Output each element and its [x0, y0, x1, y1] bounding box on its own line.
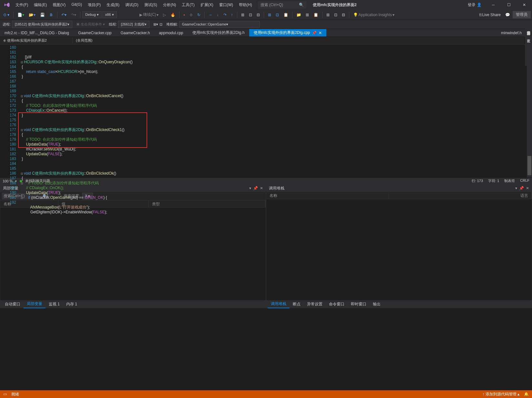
maximize-button[interactable]: ☐	[502, 0, 515, 10]
output-icon[interactable]: ▭	[3, 392, 7, 396]
pin-icon[interactable]: 📌	[312, 31, 317, 35]
restart-button[interactable]: ↻	[195, 11, 202, 18]
tab-breakpoints[interactable]: 断点	[290, 301, 304, 308]
tool-btn-12[interactable]: ⊞	[304, 11, 311, 18]
scroll-thumb[interactable]	[527, 156, 531, 175]
close-button[interactable]: ✕	[518, 0, 531, 10]
tool-btn-8[interactable]: ⊞	[266, 11, 273, 18]
save-button[interactable]: 💾	[38, 11, 47, 18]
highlight-annotation	[18, 112, 147, 148]
code-content[interactable]: [}//if⊟HCURSOR C使用mfc实现外挂的界面2Dlg::OnQuer…	[19, 45, 532, 178]
redo-button[interactable]: ↷▾	[69, 11, 78, 18]
lifecycle-button[interactable]: ▣ 生命周期事件 ▾	[76, 22, 105, 27]
tab-memory1[interactable]: 内存 1	[63, 301, 80, 308]
start-nodebug-button[interactable]: ▷	[161, 11, 168, 18]
thread-dropdown[interactable]: [26612] 主线程▾	[118, 21, 149, 28]
tool-btn-5[interactable]: ⊞	[239, 11, 246, 18]
nav-back-button[interactable]: ⊙ ▾	[1, 11, 11, 18]
tool-btn-15[interactable]: ⊡	[332, 11, 339, 18]
menu-analyze[interactable]: 分析(N)	[160, 1, 179, 9]
app-insights-button[interactable]: 💡 Application Insights ▾	[351, 11, 396, 18]
statusbar: ▭ 就绪 ↑ 添加到源代码管理 ▴ 🔔	[0, 390, 532, 398]
code-editor[interactable]: 1601611621631641651661671681691701711721…	[0, 45, 532, 178]
menu-file[interactable]: 文件(F)	[13, 1, 31, 9]
search-icon: 🔍	[299, 3, 304, 7]
tab-exceptions[interactable]: 异常设置	[304, 301, 326, 308]
status-ready: 就绪	[11, 392, 19, 397]
break-all-button[interactable]: ⊗	[188, 11, 195, 18]
stackframe-dropdown[interactable]: GaameCracker::OpenGame▾	[179, 21, 260, 28]
tab-command[interactable]: 命令窗口	[326, 301, 348, 308]
source-control-button[interactable]: ↑ 添加到源代码管理 ▴	[482, 392, 519, 397]
login-button[interactable]: 登录 👤	[465, 1, 484, 9]
debug-toolbar: 进程: [18512] 使用mfc实现外挂的界面2▾ ▣ 生命周期事件 ▾ 线程…	[0, 20, 532, 29]
tab-callstack[interactable]: 调用堆栈	[268, 300, 290, 308]
tool-btn-10[interactable]: 📋	[281, 11, 290, 18]
platform-dropdown[interactable]: x86 ▾	[102, 11, 117, 18]
tab-2[interactable]: GaameCracker.h	[116, 29, 154, 36]
tab-3[interactable]: appmodul.cpp	[154, 29, 188, 36]
tab-autos[interactable]: 自动窗口	[2, 301, 24, 308]
menu-debug[interactable]: 调试(D)	[123, 1, 141, 9]
close-tab-icon[interactable]: ✕	[319, 31, 322, 35]
search-input[interactable]: 搜索 (Ctrl+Q) 🔍	[258, 1, 306, 9]
tab-4[interactable]: 使用mfc实现外挂的界面2Dlg.h	[188, 29, 249, 36]
tool-btn-6[interactable]: ⊡	[247, 11, 254, 18]
tool-btn-14[interactable]: ⊞	[324, 11, 332, 18]
solution-title: 使用mfc实现外挂的界面2	[313, 2, 357, 8]
step-out-button[interactable]: ↑	[229, 11, 235, 18]
tab-5[interactable]: 使用mfc实现外挂的界面2Dlg.cpp📌✕	[249, 29, 327, 36]
step-over-button[interactable]: ↷	[221, 11, 229, 18]
tab-immediate[interactable]: 即时窗口	[348, 301, 370, 308]
notifications-icon[interactable]: 🔔	[524, 392, 529, 396]
feedback-button[interactable]: 💬	[503, 11, 512, 18]
menu-edit[interactable]: 编辑(E)	[31, 1, 49, 9]
show-next-stmt-button[interactable]: →	[207, 11, 214, 18]
tab-1[interactable]: GaameCracker.cpp	[74, 29, 116, 36]
tab-0[interactable]: mfc2.rc - IDD_MF..._DIALOG - Dialog	[0, 29, 74, 36]
menubar: 文件(F) 编辑(E) 视图(V) Git(G) 项目(P) 生成(B) 调试(…	[13, 1, 255, 9]
scope-scope-dropdown[interactable]: (全局范围)	[73, 37, 532, 44]
menu-help[interactable]: 帮助(H)	[236, 1, 255, 9]
tab-output[interactable]: 输出	[370, 301, 384, 308]
menu-build[interactable]: 生成(B)	[104, 1, 122, 9]
new-item-button[interactable]: 📄▾	[15, 11, 26, 18]
menu-project[interactable]: 项目(P)	[85, 1, 103, 9]
menu-test[interactable]: 测试(S)	[142, 1, 160, 9]
menu-extensions[interactable]: 扩展(X)	[198, 1, 216, 9]
menu-tools[interactable]: 工具(T)	[179, 1, 197, 9]
titlebar: 文件(F) 编辑(E) 视图(V) Git(G) 项目(P) 生成(B) 调试(…	[0, 0, 532, 10]
tab-locals[interactable]: 局部变量	[24, 300, 46, 308]
tool-btn-16[interactable]: ⊟	[340, 11, 347, 18]
search-placeholder: 搜索 (Ctrl+Q)	[261, 2, 283, 8]
liveshare-button[interactable]: ⎘ Live Share	[477, 11, 503, 18]
menu-view[interactable]: 视图(V)	[50, 1, 68, 9]
tab-6[interactable]: minwindef.h	[496, 29, 526, 36]
stop-button[interactable]: ▪	[181, 11, 187, 18]
tab-watch1[interactable]: 监视 1	[46, 301, 63, 308]
main-toolbar: ⊙ ▾ 📄▾ 📂▾ 💾 🗎 ↶▾ ↷▾ Debug ▾ x86 ▾ ▶ 继续(C…	[0, 10, 532, 20]
minimize-button[interactable]: ─	[487, 0, 500, 10]
tool-btn-11[interactable]: 📁	[294, 11, 303, 18]
hot-reload-button[interactable]: 🔥	[169, 11, 177, 18]
tool-icon[interactable]: ⊞▾	[153, 22, 158, 26]
process-dropdown[interactable]: [18512] 使用mfc实现外挂的界面2▾	[12, 21, 72, 28]
vs-logo-icon	[4, 2, 10, 8]
menu-window[interactable]: 窗口(W)	[217, 1, 236, 9]
scope-project-dropdown[interactable]: ⊕ 使用mfc实现外挂的界面2	[0, 37, 73, 44]
stackframe-label: 堆栈帧:	[166, 22, 178, 27]
git-changes-tab[interactable]: Git 更改	[526, 31, 531, 36]
save-all-button[interactable]: 🗎	[47, 11, 55, 18]
menu-git[interactable]: Git(G)	[69, 1, 85, 9]
open-button[interactable]: 📂▾	[27, 11, 37, 18]
step-into-button[interactable]: ↓	[215, 11, 221, 18]
callstack-tabs: 调用堆栈 断点 异常设置 命令窗口 即时窗口 输出	[266, 300, 532, 308]
tool-icon2[interactable]: ⊡	[159, 22, 162, 26]
config-dropdown[interactable]: Debug ▾	[82, 11, 101, 18]
undo-button[interactable]: ↶▾	[59, 11, 68, 18]
tool-btn-7[interactable]: ⊟	[255, 11, 262, 18]
continue-button[interactable]: ▶ 继续(C) ▾	[138, 11, 161, 19]
thread-label: 线程:	[109, 22, 117, 27]
tool-btn-9[interactable]: ⊡	[274, 11, 281, 18]
tool-btn-13[interactable]: 📋	[312, 11, 320, 18]
